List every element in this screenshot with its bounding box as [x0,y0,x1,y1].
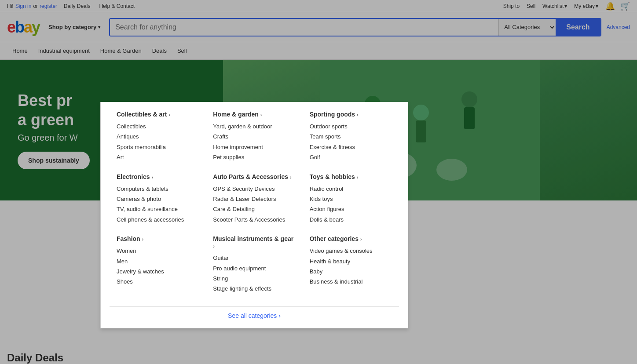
section-musical-instruments: Musical instruments & gear › Guitar Pro … [213,235,295,294]
item-gps-security[interactable]: GPS & Security Devices [213,184,295,194]
item-care-detailing[interactable]: Care & Detailing [213,204,295,214]
collectibles-link[interactable]: Collectibles & art › [117,111,170,118]
register-link[interactable]: register [40,3,57,9]
item-stage-lighting[interactable]: Stage lighting & effects [213,284,295,294]
electronics-heading[interactable]: Electronics › [117,173,199,180]
musical-instruments-heading[interactable]: Musical instruments & gear › [213,235,295,249]
section-electronics: Electronics › Computers & tablets Camera… [117,173,199,225]
item-sports-memorabilia[interactable]: Sports memorabilia [117,142,199,152]
fashion-link[interactable]: Fashion › [117,235,143,242]
item-pet-supplies[interactable]: Pet supplies [213,152,295,162]
myebay-chevron: ▾ [596,3,598,9]
item-yard-garden[interactable]: Yard, garden & outdoor [213,121,295,131]
sign-in-link[interactable]: Sign in [15,3,32,9]
daily-deals-link[interactable]: Daily Deals [64,3,91,9]
musical-instruments-arrow: › [213,244,215,249]
item-guitar[interactable]: Guitar [213,253,295,263]
search-input[interactable] [110,19,498,36]
search-bar: All Categories Search [109,18,601,36]
item-action-figures[interactable]: Action figures [310,204,392,214]
item-baby[interactable]: Baby [310,266,392,277]
help-contact-link[interactable]: Help & Contact [99,3,135,9]
collectibles-heading[interactable]: Collectibles & art › [117,111,199,118]
item-business-industrial[interactable]: Business & industrial [310,277,392,287]
item-kids-toys[interactable]: Kids toys [310,194,392,204]
item-team-sports[interactable]: Team sports [310,131,392,142]
item-health-beauty[interactable]: Health & beauty [310,256,392,266]
item-dolls-bears[interactable]: Dolls & bears [310,215,392,225]
nav-item-deals[interactable]: Deals [147,42,172,60]
nav-item-industrial[interactable]: Industrial equipment [33,42,95,60]
item-women[interactable]: Women [117,246,199,256]
advanced-search-link[interactable]: Advanced [607,24,630,30]
nav-bar: Home Industrial equipment Home & Garden … [0,42,637,60]
auto-parts-heading[interactable]: Auto Parts & Accessories › [213,173,295,180]
fashion-heading[interactable]: Fashion › [117,235,199,242]
logo[interactable]: ebay [7,18,40,36]
item-radio-control[interactable]: Radio control [310,184,392,194]
item-video-games[interactable]: Video games & consoles [310,246,392,256]
item-radar-laser[interactable]: Radar & Laser Detectors [213,194,295,204]
electronics-link[interactable]: Electronics › [117,173,153,180]
collectibles-arrow: › [168,112,170,117]
or-text: or [33,3,38,9]
toys-hobbies-arrow: › [357,175,359,180]
search-button[interactable]: Search [556,19,600,36]
watchlist-menu[interactable]: Watchlist ▾ [542,3,567,9]
toys-hobbies-link[interactable]: Toys & hobbies › [310,173,359,180]
other-categories-link[interactable]: Other categories › [310,235,362,242]
item-exercise-fitness[interactable]: Exercise & fitness [310,142,392,152]
nav-item-home-garden[interactable]: Home & Garden [95,42,147,60]
svg-point-7 [461,91,477,107]
item-computers-tablets[interactable]: Computers & tablets [117,184,199,194]
item-men[interactable]: Men [117,256,199,266]
cart-icon[interactable]: 🛒 [620,1,630,11]
ship-to-label: Ship to [503,3,520,9]
nav-item-home[interactable]: Home [7,42,33,60]
shop-by-category-button[interactable]: Shop by category ▾ [45,24,104,30]
item-string[interactable]: String [213,273,295,284]
daily-deals-title: Daily Deals [7,352,630,364]
item-tv-audio[interactable]: TV, audio & surveillance [117,204,199,214]
item-art[interactable]: Art [117,152,199,162]
toys-hobbies-heading[interactable]: Toys & hobbies › [310,173,392,180]
dropdown-col-2: Home & garden › Yard, garden & outdoor C… [206,111,302,305]
shop-by-chevron: ▾ [98,25,100,29]
svg-rect-6 [416,120,426,142]
svg-point-5 [413,105,429,120]
item-cell-phones[interactable]: Cell phones & accessories [117,215,199,225]
home-garden-arrow: › [260,112,262,117]
top-bar-right: Ship to Sell Watchlist ▾ My eBay ▾ 🔔 🛒 [503,1,630,11]
item-jewelry-watches[interactable]: Jewelry & watches [117,266,199,277]
item-home-improvement[interactable]: Home improvement [213,142,295,152]
item-outdoor-sports[interactable]: Outdoor sports [310,121,392,131]
section-other-categories: Other categories › Video games & console… [310,235,392,287]
nav-item-sell[interactable]: Sell [172,42,192,60]
item-crafts[interactable]: Crafts [213,131,295,142]
myebay-label: My eBay [574,3,595,9]
myebay-menu[interactable]: My eBay ▾ [574,3,598,9]
top-bar: Hi! Sign in or register Daily Deals Help… [0,0,637,12]
item-antiques[interactable]: Antiques [117,131,199,142]
dropdown-footer: See all categories › [110,306,399,319]
item-scooter-parts[interactable]: Scooter Parts & Accessories [213,215,295,225]
category-dropdown: Collectibles & art › Collectibles Antiqu… [100,102,408,328]
sell-link[interactable]: Sell [527,3,535,9]
item-collectibles[interactable]: Collectibles [117,121,199,131]
other-categories-heading[interactable]: Other categories › [310,235,392,242]
notification-icon[interactable]: 🔔 [605,1,615,11]
hero-cta-button[interactable]: Shop sustainably [18,152,90,169]
item-shoes[interactable]: Shoes [117,277,199,287]
category-select[interactable]: All Categories [498,19,556,36]
item-cameras-photo[interactable]: Cameras & photo [117,194,199,204]
auto-parts-link[interactable]: Auto Parts & Accessories › [213,173,291,180]
sporting-goods-heading[interactable]: Sporting goods › [310,111,392,118]
item-golf[interactable]: Golf [310,152,392,162]
sporting-goods-link[interactable]: Sporting goods › [310,111,359,118]
item-pro-audio[interactable]: Pro audio equipment [213,263,295,273]
home-garden-heading[interactable]: Home & garden › [213,111,295,118]
see-all-categories-link[interactable]: See all categories › [228,312,281,319]
section-toys-hobbies: Toys & hobbies › Radio control Kids toys… [310,173,392,225]
musical-instruments-link[interactable]: Musical instruments & gear › [213,235,293,249]
home-garden-link[interactable]: Home & garden › [213,111,262,118]
